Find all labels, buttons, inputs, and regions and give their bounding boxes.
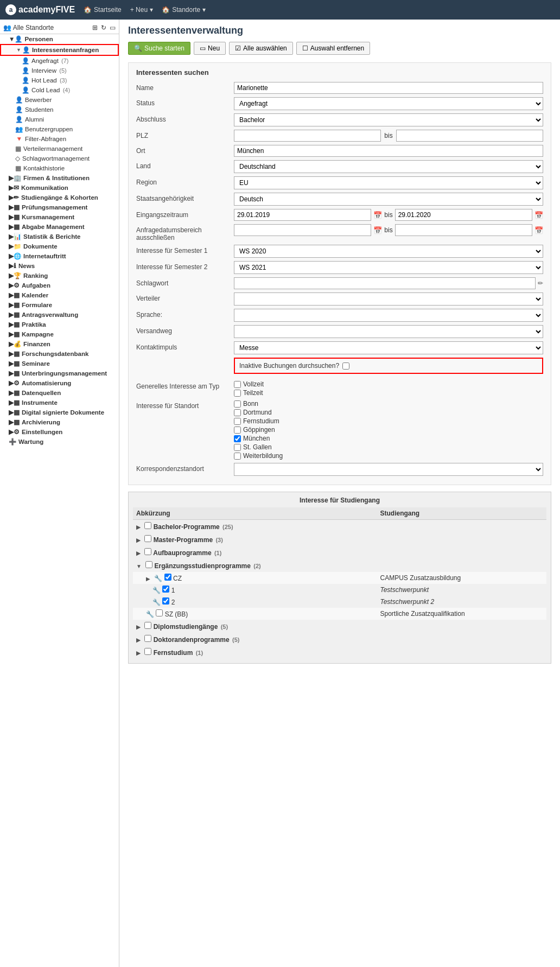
cz-checkbox[interactable] [164,574,171,581]
nav-neu[interactable]: + Neu ▾ [130,6,153,14]
master-checkbox[interactable] [144,535,151,542]
sidebar-item-studenten[interactable]: 👤 Studenten [0,105,119,114]
sidebar-item-automatisierung[interactable]: ▶ ⚙ Automatisierung [0,378,119,388]
sidebar-item-instrumente[interactable]: ▶ ▦ Instrumente [0,398,119,408]
sidebar-item-statistik[interactable]: ▶ 📊 Statistik & Berichte [0,232,119,241]
sidebar-item-kampagne[interactable]: ▶ ▦ Kampagne [0,329,119,339]
sidebar-item-bewerber[interactable]: 👤 Bewerber [0,95,119,105]
sidebar-item-aufgaben[interactable]: ▶ ⚙ Aufgaben [0,281,119,290]
ergaenz-checkbox[interactable] [145,561,152,568]
sidebar-item-schlagwortmanagement[interactable]: ◇ Schlagwortmanagement [0,154,119,163]
goeppingen-checkbox[interactable] [234,427,241,434]
sidebar-item-angefragt[interactable]: 👤 Angefragt (7) [0,56,119,66]
sidebar-item-praktika[interactable]: ▶ ▦ Praktika [0,320,119,329]
staatsang-select[interactable]: Deutsch [234,193,543,206]
sidebar-item-interview[interactable]: 👤 Interview (5) [0,66,119,75]
sidebar-icon-3[interactable]: ▭ [110,24,116,31]
sidebar-icon-1[interactable]: ⊞ [92,24,98,31]
nav-standorte[interactable]: 🏠 Standorte ▾ [162,6,206,14]
land-select[interactable]: Deutschland [234,160,543,173]
aufbau-checkbox[interactable] [144,548,151,555]
sidebar-item-benutzergruppen[interactable]: 👥 Benutzergruppen [0,124,119,134]
sprache-select[interactable] [234,309,543,322]
schlagwort-input[interactable] [234,277,536,289]
bonn-checkbox[interactable] [234,400,241,408]
sidebar-item-kalender[interactable]: ▶ ▦ Kalender [0,290,119,300]
sidebar-item-antragsverwaltung[interactable]: ▶ ▦ Antragsverwaltung [0,310,119,320]
calendar-icon-3[interactable]: 📅 [373,226,382,234]
expand-doktor[interactable]: ▶ [136,637,141,643]
anfrage-to-input[interactable] [395,224,532,236]
eingang-to-input[interactable] [395,209,532,221]
sidebar-item-verteilermanagement[interactable]: ▦ Verteilermanagement [0,144,119,154]
expand-master[interactable]: ▶ [136,537,141,543]
sidebar-item-firmen[interactable]: ▶ 🏢 Firmen & Institutionen [0,173,119,183]
abschluss-select[interactable]: Bachelor [234,113,543,126]
status-select[interactable]: Angefragt [234,97,543,110]
sidebar-item-ranking[interactable]: ▶ 🏆 Ranking [0,271,119,281]
stgallen-checkbox[interactable] [234,444,241,451]
sidebar-item-archivierung[interactable]: ▶ ▦ Archivierung [0,417,119,427]
weiterbildung-checkbox[interactable] [234,453,241,460]
sidebar-item-seminare[interactable]: ▶ ▦ Seminare [0,359,119,368]
expand-diplom[interactable]: ▶ [136,624,141,630]
inaktive-checkbox[interactable] [342,362,349,370]
sidebar-item-pruefung[interactable]: ▶ ▦ Prüfungsmanagement [0,202,119,212]
sidebar-section-personen[interactable]: ▼ 👤 Personen [0,34,119,44]
name-input[interactable] [234,82,543,94]
sidebar-item-filter-abfragen[interactable]: 🔻 Filter-Abfragen [0,134,119,144]
sidebar-item-finanzen[interactable]: ▶ 💰 Finanzen [0,339,119,349]
calendar-icon-4[interactable]: 📅 [534,226,543,234]
sidebar-item-alumni[interactable]: 👤 Alumni [0,114,119,124]
sidebar-item-datenquellen[interactable]: ▶ ▦ Datenquellen [0,388,119,398]
sidebar-item-abgabe[interactable]: ▶ ▦ Abgabe Management [0,222,119,232]
doktor-checkbox[interactable] [144,635,151,642]
edit-icon[interactable]: ✏ [538,279,543,287]
calendar-icon-2[interactable]: 📅 [534,211,543,219]
expand-aufbau[interactable]: ▶ [136,550,141,556]
diplom-checkbox[interactable] [144,622,151,629]
sidebar-item-interessentenanfragen[interactable]: ▼ 👤 Interessentenanfragen [0,44,119,56]
region-select[interactable]: EU [234,176,543,189]
expand-bachelor[interactable]: ▶ [136,524,141,530]
sidebar-item-dokumente[interactable]: ▶ 📁 Dokumente [0,241,119,251]
semester1-select[interactable]: WS 2020 [234,245,543,258]
alle-auswaehlen-button[interactable]: ☑ Alle auswählen [229,42,293,55]
sidebar-item-internet[interactable]: ▶ 🌐 Internetauftritt [0,251,119,261]
ort-input[interactable] [234,145,543,157]
auswahl-entfernen-button[interactable]: ☐ Auswahl entfernen [296,42,370,55]
expand-fern[interactable]: ▶ [136,650,141,656]
eingang-from-input[interactable] [234,209,371,221]
plz-to-input[interactable] [396,130,543,142]
sidebar-item-cold-lead[interactable]: 👤 Cold Lead (4) [0,85,119,95]
expand-ergaenz[interactable]: ▼ [136,563,142,569]
calendar-icon-1[interactable]: 📅 [373,211,382,219]
sidebar-item-hot-lead[interactable]: 👤 Hot Lead (3) [0,75,119,85]
plz-from-input[interactable] [234,130,381,142]
kontaktimpuls-select[interactable]: Messe [234,341,543,354]
sidebar-item-wartung[interactable]: ➕ Wartung [0,437,119,447]
dortmund-checkbox[interactable] [234,409,241,416]
neu-button[interactable]: ▭ Neu [194,42,226,55]
sidebar-item-formulare[interactable]: ▶ ▦ Formulare [0,300,119,310]
sidebar-item-news[interactable]: ▶ ℹ News [0,261,119,271]
vollzeit-checkbox[interactable] [234,381,241,388]
anfrage-from-input[interactable] [234,224,371,236]
cz2-checkbox[interactable] [162,597,169,605]
suche-starten-button[interactable]: 🔍 Suche starten [128,42,190,55]
expand-cz[interactable]: ▶ [146,576,150,582]
nav-startseite[interactable]: 🏠 Startseite [84,6,122,14]
semester2-select[interactable]: WS 2021 [234,261,543,274]
sidebar-item-digital[interactable]: ▶ ▦ Digital signierte Dokumente [0,408,119,417]
sidebar-item-kontakthistorie[interactable]: ▦ Kontakthistorie [0,163,119,173]
sidebar-item-unterbringung[interactable]: ▶ ▦ Unterbringungsmanagement [0,368,119,378]
fernstudium-checkbox[interactable] [234,418,241,425]
muenchen-checkbox[interactable] [234,435,241,442]
fern-checkbox[interactable] [144,648,151,655]
sidebar-item-studiengaenge[interactable]: ▶ ✏ Studiengänge & Kohorten [0,193,119,202]
sidebar-icon-2[interactable]: ↻ [101,24,106,31]
sz-checkbox[interactable] [156,609,163,616]
versandweg-select[interactable] [234,325,543,338]
verteiler-select[interactable] [234,292,543,306]
cz1-checkbox[interactable] [162,586,169,593]
